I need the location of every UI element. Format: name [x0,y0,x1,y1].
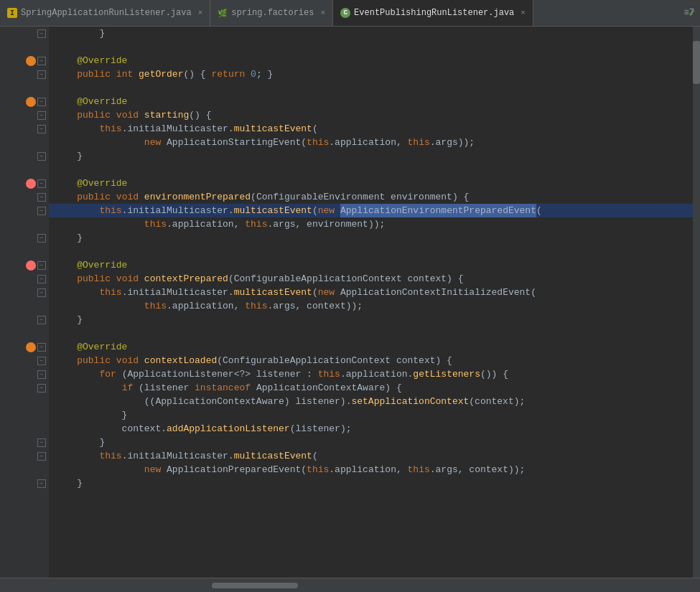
gutter-line-1: − [0,27,49,40]
code-line-19: public void contextPrepared(Configurable… [49,272,693,286]
breakpoint-icon-3[interactable] [26,56,36,66]
code-line-31: } [49,436,693,449]
code-line-10: } [49,149,693,163]
fold-icon-1[interactable]: − [37,29,46,38]
right-scrollbar-thumb[interactable] [693,41,700,84]
code-line-35 [49,490,693,504]
gutter-line-4: − [0,67,49,81]
fold-icon-16[interactable]: − [37,234,46,243]
gutter-line-27: − [0,381,49,395]
bottom-scrollbar-bar [0,578,700,592]
breakpoint-icon-18[interactable] [26,260,36,271]
gutter-line-7: − [0,108,49,122]
gutter-line-6: − [0,95,49,108]
factories-icon: 🌿 [218,8,228,18]
code-line-28: ((ApplicationContextAware) listener).set… [49,395,693,408]
code-line-30: context.addApplicationListener(listener)… [49,422,693,436]
fold-icon-27[interactable]: − [37,384,46,393]
code-line-4: public int getOrder() { return 0; } [49,67,693,81]
fold-icon-6[interactable]: − [37,98,46,106]
fold-icon-7[interactable]: − [37,111,46,120]
fold-icon-4[interactable]: − [37,70,46,79]
gutter-line-22: − [0,313,49,326]
code-line-2 [49,40,693,54]
horizontal-scrollbar-track[interactable] [4,583,696,588]
gutter-line-15 [0,217,49,231]
code-line-15: this.application, this.args, environment… [49,217,693,231]
gutter-line-11 [0,163,49,177]
code-content: } @Override public int getOrder() { retu… [49,27,693,504]
gutter-line-18: − [0,258,49,272]
tab-bar: I SpringApplicationRunListener.java × 🌿 … [0,0,700,27]
fold-icon-26[interactable]: − [37,370,46,379]
code-line-25: public void contextLoaded(ConfigurableAp… [49,354,693,367]
fold-icon-18[interactable]: − [37,261,46,270]
fold-icon-24[interactable]: − [37,343,46,352]
fold-icon-25[interactable]: − [37,357,46,365]
gutter-line-5 [0,81,49,95]
code-line-21: this.application, this.args, context)); [49,299,693,313]
gutter-line-17 [0,245,49,258]
gutter-line-26: − [0,367,49,381]
code-line-33: new ApplicationPreparedEvent(this.applic… [49,463,693,476]
code-line-5 [49,81,693,95]
gutter-line-28 [0,395,49,408]
tab1-close[interactable]: × [198,9,203,17]
gutter-line-32: − [0,449,49,463]
fold-icon-3[interactable]: − [37,57,46,65]
gutter-line-24: − [0,340,49,354]
fold-icon-10[interactable]: − [37,152,46,161]
gutter-line-14: − [0,204,49,217]
gutter-line-23 [0,326,49,340]
code-line-34: } [49,476,693,490]
code-line-14: this.initialMulticaster.multicastEvent(n… [49,204,693,217]
code-line-17 [49,245,693,258]
code-line-20: this.initialMulticaster.multicastEvent(n… [49,286,693,299]
code-line-6: @Override [49,95,693,108]
code-editor[interactable]: } @Override public int getOrder() { retu… [49,27,693,578]
fold-icon-8[interactable]: − [37,125,46,133]
code-line-23 [49,326,693,340]
right-scrollbar[interactable] [693,27,700,578]
breakpoint-icon-12[interactable] [26,179,36,189]
gutter-line-9 [0,136,49,149]
java-icon-3: C [340,8,350,18]
gutter-line-2 [0,40,49,54]
gutter-line-8: − [0,122,49,136]
tab-spring-factories[interactable]: 🌿 spring.factories × [210,0,333,26]
gutter-line-29 [0,408,49,422]
code-line-24: @Override [49,340,693,354]
fold-icon-19[interactable]: − [37,275,46,283]
gutter-line-16: − [0,231,49,245]
fold-icon-22[interactable]: − [37,316,46,324]
tab-spring-application-run-listener[interactable]: I SpringApplicationRunListener.java × [0,0,210,26]
gutter-line-30 [0,422,49,436]
breakpoint-icon-6[interactable] [26,97,36,107]
horizontal-scrollbar-thumb[interactable] [212,583,298,588]
fold-icon-20[interactable]: − [37,288,46,297]
java-icon-1: I [7,8,17,18]
breakpoint-icon-24[interactable] [26,342,36,352]
gutter-line-3: − [0,54,49,67]
code-line-16: } [49,231,693,245]
code-line-1: } [49,27,693,40]
fold-icon-14[interactable]: − [37,207,46,215]
fold-icon-32[interactable]: − [37,452,46,461]
code-line-9: new ApplicationStartingEvent(this.applic… [49,136,693,149]
code-line-32: this.initialMulticaster.multicastEvent( [49,449,693,463]
tab-event-publishing-run-listener[interactable]: C EventPublishingRunListener.java × [333,0,533,26]
gutter-line-12: − [0,177,49,190]
fold-icon-13[interactable]: − [37,193,46,202]
fold-icon-12[interactable]: − [37,179,46,188]
checkmark-icon: ✓ [689,0,700,26]
code-line-27: if (listener instanceof ApplicationConte… [49,381,693,395]
tab3-close[interactable]: × [521,9,526,17]
fold-icon-31[interactable]: − [37,438,46,447]
code-line-11 [49,163,693,177]
gutter-line-35 [0,490,49,504]
tab2-close[interactable]: × [320,9,325,17]
gutter-line-10: − [0,149,49,163]
code-line-22: } [49,313,693,326]
code-line-7: public void starting() { [49,108,693,122]
fold-icon-34[interactable]: − [37,479,46,488]
